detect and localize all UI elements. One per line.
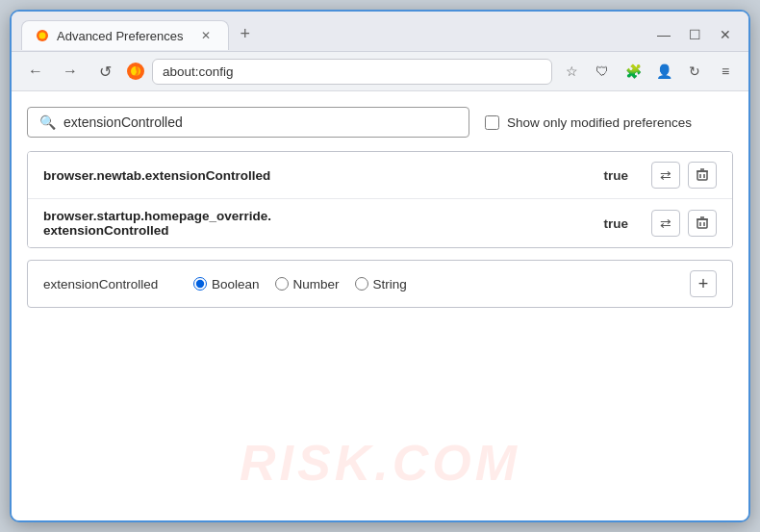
svg-point-1 — [39, 33, 46, 39]
table-row: browser.newtab.extensionControlled true … — [28, 152, 732, 199]
content-area: RISK.COM 🔍 Show only modified preference… — [12, 91, 748, 520]
pref-name: browser.startup.homepage_override. exten… — [43, 209, 603, 238]
nav-bar: ← → ↺ about:config ☆ 🛡 🧩 👤 ↻ ≡ — [12, 52, 748, 91]
pref-name: browser.newtab.extensionControlled — [43, 168, 603, 183]
title-bar: Advanced Preferences ✕ + — ☐ ✕ — [12, 12, 748, 52]
delete-button[interactable] — [688, 210, 717, 237]
profile-icon[interactable]: 👤 — [650, 58, 677, 85]
bookmark-icon[interactable]: ☆ — [558, 58, 585, 85]
modified-only-label[interactable]: Show only modified preferences — [485, 115, 692, 130]
tab-close-button[interactable]: ✕ — [197, 27, 215, 44]
address-bar[interactable]: about:config — [152, 59, 552, 85]
new-tab-button[interactable]: + — [233, 22, 259, 46]
sync-icon[interactable]: ↻ — [681, 58, 708, 85]
maximize-button[interactable]: ☐ — [681, 21, 708, 48]
pref-name-line1: browser.startup.homepage_override. — [43, 209, 271, 223]
firefox-logo — [125, 61, 146, 82]
modified-only-checkbox[interactable] — [485, 115, 499, 130]
string-label: String — [373, 277, 407, 291]
shield-icon[interactable]: 🛡 — [589, 58, 616, 85]
pref-value: true — [603, 168, 628, 183]
row-actions: ⇄ — [651, 162, 717, 189]
results-table: browser.newtab.extensionControlled true … — [27, 151, 733, 248]
minimize-button[interactable]: — — [650, 21, 677, 48]
boolean-option[interactable]: Boolean — [193, 277, 260, 291]
browser-window: Advanced Preferences ✕ + — ☐ ✕ ← → ↺ abo… — [10, 10, 750, 522]
search-input[interactable] — [63, 114, 457, 130]
number-label: Number — [293, 277, 340, 291]
forward-button[interactable]: → — [56, 57, 85, 86]
browser-tab[interactable]: Advanced Preferences ✕ — [21, 20, 229, 50]
back-button[interactable]: ← — [21, 57, 50, 86]
watermark: RISK.COM — [240, 434, 520, 492]
boolean-label: Boolean — [212, 277, 260, 291]
preference-search-container[interactable]: 🔍 — [27, 107, 469, 138]
reset-button[interactable]: ⇄ — [651, 210, 680, 237]
reset-button[interactable]: ⇄ — [651, 162, 680, 189]
svg-rect-4 — [697, 171, 707, 180]
string-radio[interactable] — [355, 277, 368, 291]
window-controls: — ☐ ✕ — [650, 21, 739, 48]
new-pref-name: extensionControlled — [43, 277, 178, 291]
svg-rect-9 — [697, 219, 707, 228]
table-row: browser.startup.homepage_override. exten… — [28, 199, 732, 247]
modified-only-text: Show only modified preferences — [507, 115, 692, 130]
close-button[interactable]: ✕ — [712, 21, 739, 48]
pref-name-line2: extensionControlled — [43, 223, 169, 238]
boolean-radio[interactable] — [193, 277, 207, 291]
radio-group: Boolean Number String — [193, 277, 674, 291]
address-text: about:config — [163, 64, 234, 79]
string-option[interactable]: String — [355, 277, 407, 291]
tab-favicon — [36, 29, 49, 42]
search-row: 🔍 Show only modified preferences — [27, 107, 733, 138]
row-actions: ⇄ — [651, 210, 717, 237]
extensions-icon[interactable]: 🧩 — [620, 58, 646, 85]
number-option[interactable]: Number — [275, 277, 340, 291]
number-radio[interactable] — [275, 277, 289, 291]
new-preference-row: extensionControlled Boolean Number Strin… — [27, 260, 733, 308]
toolbar-icons: ☆ 🛡 🧩 👤 ↻ ≡ — [558, 58, 739, 85]
reload-button[interactable]: ↺ — [90, 57, 119, 86]
add-preference-button[interactable]: + — [690, 270, 717, 297]
delete-button[interactable] — [688, 162, 717, 189]
tab-label: Advanced Preferences — [57, 29, 184, 43]
search-icon: 🔍 — [39, 114, 56, 130]
pref-value: true — [603, 216, 628, 231]
menu-icon[interactable]: ≡ — [712, 58, 739, 85]
